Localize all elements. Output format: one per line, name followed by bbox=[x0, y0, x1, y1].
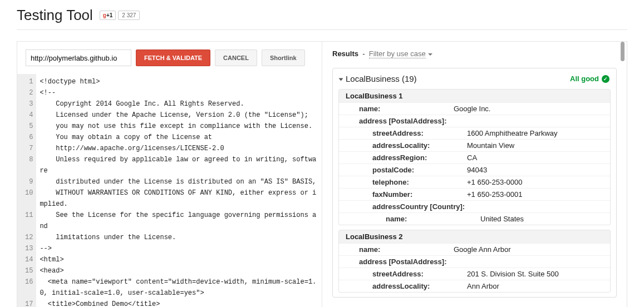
chevron-down-icon bbox=[428, 53, 432, 56]
result-item-title: LocalBusiness 2 bbox=[339, 230, 610, 243]
property-row: faxNumber:+1 650-253-0001 bbox=[339, 188, 610, 200]
caret-down-icon bbox=[339, 78, 343, 81]
property-row: postalCode:94043 bbox=[339, 164, 610, 176]
property-row: streetAddress:201 S. Division St. Suite … bbox=[339, 268, 610, 280]
gplus-button[interactable]: g+1 bbox=[100, 11, 116, 20]
property-row: addressLocality:Mountain View bbox=[339, 139, 610, 151]
property-row: name:United States bbox=[339, 212, 610, 225]
address-header: address [PostalAddress]: bbox=[339, 255, 610, 268]
property-row: telephone:+1 650-253-0000 bbox=[339, 176, 610, 188]
section-toggle-localbusiness[interactable]: LocalBusiness (19) All good ✓ bbox=[333, 68, 616, 89]
property-row: name:Google Inc. bbox=[339, 102, 610, 115]
property-row: streetAddress:1600 Amphitheatre Parkway bbox=[339, 127, 610, 139]
check-icon: ✓ bbox=[602, 75, 609, 83]
address-header: address [PostalAddress]: bbox=[339, 115, 610, 127]
cancel-button[interactable]: CANCEL bbox=[215, 49, 257, 66]
property-row: addressLocality:Ann Arbor bbox=[339, 280, 610, 292]
fetch-validate-button[interactable]: FETCH & VALIDATE bbox=[136, 49, 210, 66]
page-title: Testing Tool bbox=[17, 7, 93, 24]
filter-link[interactable]: Filter by use case bbox=[369, 49, 426, 58]
property-row: addressRegion:CA bbox=[339, 151, 610, 164]
result-item-title: LocalBusiness 1 bbox=[339, 90, 610, 102]
results-title: Results bbox=[332, 49, 358, 58]
code-editor[interactable]: 1234567891011121314151617181920 <!doctyp… bbox=[17, 74, 322, 307]
gplus-count: 2 327 bbox=[118, 11, 140, 20]
status-badge: All good ✓ bbox=[570, 75, 609, 83]
shortlink-button[interactable]: Shortlink bbox=[262, 49, 305, 66]
result-item: LocalBusiness 2name:Google Ann Arboraddr… bbox=[338, 230, 611, 293]
scrollbar-thumb[interactable] bbox=[621, 42, 625, 61]
url-input[interactable] bbox=[26, 49, 131, 66]
country-header: addressCountry [Country]: bbox=[339, 200, 610, 212]
property-row: name:Google Ann Arbor bbox=[339, 243, 610, 255]
left-panel: FETCH & VALIDATE CANCEL Shortlink 123456… bbox=[17, 42, 322, 307]
result-item: LocalBusiness 1name:Google Inc.address [… bbox=[338, 89, 611, 225]
results-panel: Results - Filter by use case LocalBusine… bbox=[322, 42, 627, 307]
